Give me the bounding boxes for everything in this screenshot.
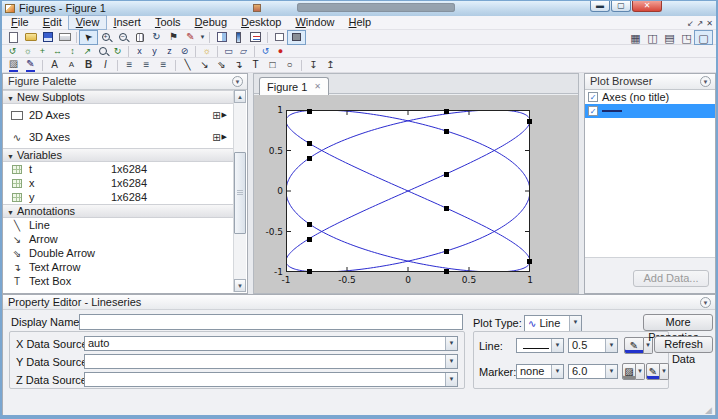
palette-scrollbar[interactable]: ▲ ▼ bbox=[233, 90, 246, 292]
selection-handle[interactable] bbox=[444, 269, 449, 274]
palette-item-text-arrow[interactable]: ↴Text Arrow bbox=[3, 260, 233, 274]
maximize-window-icon-selected[interactable]: ▢ bbox=[695, 31, 712, 44]
principal-axis-z-icon[interactable]: z bbox=[162, 46, 177, 57]
pan-tilt-camera-icon[interactable]: + bbox=[35, 46, 50, 57]
tab-figure-1[interactable]: Figure 1 ✕ bbox=[259, 77, 329, 95]
split-horizontal-icon[interactable]: ▤ bbox=[661, 31, 678, 44]
figure-canvas[interactable]: -1-0.500.51-1-0.500.51 bbox=[254, 95, 578, 293]
annotation-line-icon[interactable]: ╲ bbox=[179, 59, 196, 72]
display-name-input[interactable] bbox=[79, 314, 463, 330]
align-center-icon[interactable]: ≡ bbox=[138, 59, 155, 72]
lissajous-plot[interactable] bbox=[286, 110, 530, 272]
zoom-out-icon[interactable]: − bbox=[114, 31, 131, 44]
plot-axes[interactable] bbox=[286, 110, 530, 272]
edge-color-icon[interactable]: ✎ bbox=[22, 59, 39, 72]
menu-edit[interactable]: Edit bbox=[36, 16, 69, 29]
more-properties-button[interactable]: More Properties... bbox=[643, 314, 713, 331]
panel-menu-icon[interactable]: ▼ bbox=[700, 76, 711, 87]
menu-view[interactable]: View bbox=[69, 16, 107, 29]
resize-grip[interactable]: ◢ bbox=[705, 405, 712, 415]
maximize-button[interactable]: ▢ bbox=[611, 1, 631, 12]
close-button[interactable]: ✕ bbox=[632, 1, 662, 12]
orbit-camera-icon[interactable]: ↺ bbox=[5, 46, 20, 57]
selection-handle[interactable] bbox=[307, 237, 312, 242]
undock-icon[interactable]: ↗ bbox=[697, 17, 704, 30]
subplot-grid-picker[interactable]: ⊞▶ bbox=[212, 132, 227, 143]
show-plot-tools-icon-selected[interactable] bbox=[288, 31, 305, 44]
open-file-icon[interactable] bbox=[22, 31, 39, 44]
toggle-scene-light-icon[interactable]: ☼ bbox=[199, 46, 214, 57]
move-camera-horizontal-icon[interactable]: ↔ bbox=[50, 46, 65, 57]
dock-icon[interactable]: ↙ bbox=[687, 17, 694, 30]
palette-item-text-box[interactable]: TText Box bbox=[3, 274, 233, 288]
menu-help[interactable]: Help bbox=[342, 16, 379, 29]
selection-handle[interactable] bbox=[527, 259, 532, 264]
unpin-object-icon[interactable]: ↥ bbox=[322, 59, 339, 72]
add-data-button[interactable]: Add Data... bbox=[633, 270, 709, 287]
font-smaller-icon[interactable]: A bbox=[63, 59, 80, 72]
annotation-ellipse-icon[interactable]: ○ bbox=[281, 59, 298, 72]
link-plots-icon[interactable] bbox=[213, 31, 230, 44]
annotation-text-icon[interactable]: T bbox=[247, 59, 264, 72]
palette-item-3d-axes[interactable]: ∿3D Axes⊞▶ bbox=[3, 126, 233, 148]
subplot-grid-picker[interactable]: ⊞▶ bbox=[212, 110, 227, 121]
zoom-camera-icon[interactable] bbox=[95, 46, 110, 57]
save-figure-icon[interactable] bbox=[39, 31, 56, 44]
palette-item-t[interactable]: t1x6284 bbox=[3, 162, 233, 176]
tab-close-icon[interactable]: ✕ bbox=[314, 82, 321, 91]
x-data-source-combo[interactable]: auto▼ bbox=[84, 336, 458, 351]
orbit-scene-light-icon[interactable]: ☼ bbox=[20, 46, 35, 57]
visibility-checkbox[interactable]: ✓ bbox=[588, 106, 598, 116]
italic-icon[interactable]: I bbox=[97, 59, 114, 72]
menu-file[interactable]: File bbox=[4, 16, 36, 29]
marker-size-combo[interactable]: 6.0 ▼ bbox=[568, 364, 618, 379]
y-data-source-combo[interactable]: ▼ bbox=[84, 354, 458, 369]
data-cursor-icon[interactable]: ⚑ bbox=[165, 31, 182, 44]
palette-item-line[interactable]: ╲Line bbox=[3, 218, 233, 232]
new-document-icon[interactable] bbox=[5, 31, 22, 44]
bold-icon[interactable]: B bbox=[80, 59, 97, 72]
menu-tools[interactable]: Tools bbox=[148, 16, 188, 29]
orthographic-projection-icon[interactable]: ▭ bbox=[221, 46, 236, 57]
scroll-down-icon[interactable]: ▼ bbox=[234, 279, 246, 292]
marker-edge-color-button[interactable]: ✎ ▼ bbox=[646, 363, 669, 380]
roll-camera-icon[interactable]: ↻ bbox=[110, 46, 125, 57]
palette-item-2d-axes[interactable]: 2D Axes⊞▶ bbox=[3, 104, 233, 126]
rotate-3d-icon[interactable]: ↻ bbox=[148, 31, 165, 44]
plot-type-combo[interactable]: ∿ Line ▼ bbox=[524, 315, 582, 332]
tile-windows-icon[interactable]: ▦ bbox=[627, 31, 644, 44]
reset-camera-icon[interactable]: ↺ bbox=[258, 46, 273, 57]
font-larger-icon[interactable]: A bbox=[46, 59, 63, 72]
selection-handle[interactable] bbox=[444, 172, 449, 177]
z-data-source-combo[interactable]: ▼ bbox=[84, 372, 458, 387]
float-window-icon[interactable]: ◳ bbox=[678, 31, 695, 44]
marker-fill-color-button[interactable]: ▨ ▼ bbox=[622, 363, 645, 380]
plot-browser-lineseries-row[interactable]: ✓ bbox=[585, 104, 715, 118]
annotation-text-arrow-icon[interactable]: ↴ bbox=[230, 59, 247, 72]
marker-style-combo[interactable]: none ▼ bbox=[516, 364, 564, 379]
principal-axis-y-icon[interactable]: y bbox=[147, 46, 162, 57]
split-vertical-icon[interactable]: ◫ bbox=[644, 31, 661, 44]
palette-item-double-arrow[interactable]: ⇘Double Arrow bbox=[3, 246, 233, 260]
insert-legend-icon[interactable] bbox=[247, 31, 264, 44]
annotation-double-arrow-icon[interactable]: ⇘ bbox=[213, 59, 230, 72]
pin-object-icon[interactable]: ↧ bbox=[305, 59, 322, 72]
visibility-checkbox[interactable]: ✓ bbox=[588, 92, 598, 102]
annotation-rectangle-icon[interactable]: □ bbox=[264, 59, 281, 72]
insert-colorbar-icon[interactable] bbox=[230, 31, 247, 44]
selection-handle[interactable] bbox=[444, 249, 449, 254]
selection-handle[interactable] bbox=[307, 269, 312, 274]
panel-menu-icon[interactable]: ▼ bbox=[232, 76, 243, 87]
stop-camera-motion-icon[interactable]: ● bbox=[273, 46, 288, 57]
menu-insert[interactable]: Insert bbox=[106, 16, 148, 29]
menu-debug[interactable]: Debug bbox=[188, 16, 234, 29]
refresh-data-button[interactable]: Refresh Data bbox=[654, 336, 713, 353]
plot-browser-axes-row[interactable]: ✓Axes (no title) bbox=[585, 90, 715, 104]
scroll-up-icon[interactable]: ▲ bbox=[234, 90, 246, 103]
selection-handle[interactable] bbox=[307, 222, 312, 227]
align-right-icon[interactable]: ≡ bbox=[155, 59, 172, 72]
print-figure-icon[interactable] bbox=[56, 31, 73, 44]
minimize-button[interactable]: ▬ bbox=[590, 1, 610, 12]
palette-item-y[interactable]: y1x6284 bbox=[3, 190, 233, 204]
principal-axis-x-icon[interactable]: x bbox=[132, 46, 147, 57]
